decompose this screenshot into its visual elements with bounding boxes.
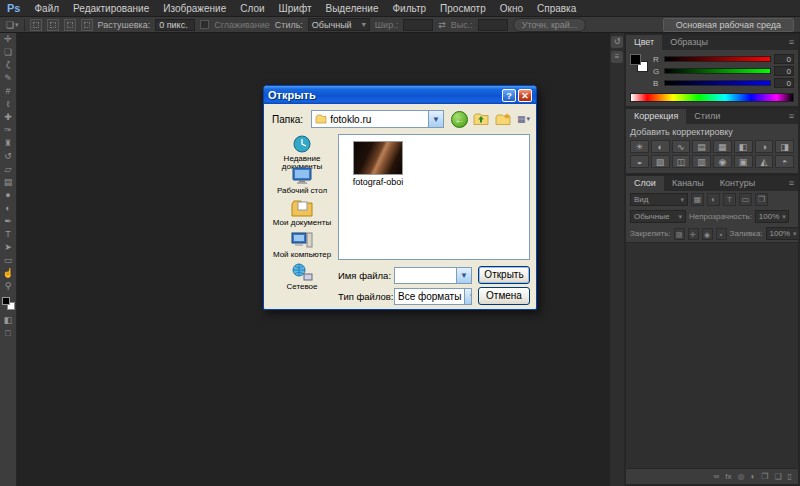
menu-window[interactable]: Окно [493, 3, 530, 14]
feather-input[interactable]: 0 пикс. [155, 19, 195, 31]
lock-image-pixels-icon[interactable]: ✛ [688, 228, 699, 240]
filter-shape-icon[interactable]: ▭ [739, 193, 752, 206]
properties-panel-icon[interactable]: ≡ [611, 51, 623, 63]
type-tool-icon[interactable]: T [0, 228, 16, 241]
hand-tool-icon[interactable]: ☝ [0, 267, 16, 280]
crop-tool-icon[interactable]: # [0, 85, 16, 98]
up-one-level-icon[interactable] [473, 111, 490, 127]
blue-value-field[interactable]: 0 [774, 78, 794, 88]
chevron-down-icon[interactable]: ▼ [456, 268, 471, 283]
marquee-tool-icon[interactable]: ❏ [0, 46, 16, 59]
layer-mask-icon[interactable]: ◎ [737, 472, 744, 481]
opacity-field[interactable]: 100%▾ [755, 210, 789, 223]
red-slider[interactable] [664, 56, 771, 62]
antialias-checkbox[interactable] [200, 20, 209, 29]
screen-mode-icon[interactable]: □ [0, 327, 16, 340]
folder-dropdown[interactable]: fotoklo.ru ▼ [311, 110, 444, 128]
quick-mask-icon[interactable]: ◧ [0, 314, 16, 327]
lasso-tool-icon[interactable]: ζ [0, 59, 16, 72]
file-list[interactable]: fotograf-oboi [338, 134, 530, 260]
style-dropdown[interactable]: Обычный▾ [308, 18, 370, 31]
menu-file[interactable]: Файл [27, 3, 66, 14]
shape-tool-icon[interactable]: ▭ [0, 254, 16, 267]
combine-add-icon[interactable] [47, 19, 59, 31]
filter-type-icon[interactable]: T [723, 193, 736, 206]
swap-dimensions-icon[interactable]: ⇄ [438, 20, 446, 30]
refine-edge-button[interactable]: Уточн. край... [513, 18, 587, 32]
blue-slider[interactable] [664, 80, 771, 86]
dodge-tool-icon[interactable]: ◐ [0, 202, 16, 215]
combine-new-selection-icon[interactable] [30, 19, 42, 31]
file-item[interactable]: fotograf-oboi [345, 141, 411, 187]
workspace-switcher[interactable]: Основная рабочая среда [663, 18, 794, 32]
move-tool-icon[interactable]: ✛ [0, 33, 16, 46]
curves-icon[interactable]: ∿ [672, 140, 691, 153]
healing-brush-tool-icon[interactable]: ✚ [0, 111, 16, 124]
filename-input[interactable]: ▼ [394, 267, 472, 284]
width-input[interactable] [403, 19, 433, 31]
tab-styles[interactable]: Стили [686, 109, 728, 124]
selective-color-icon[interactable]: ◓ [775, 155, 794, 168]
brightness-contrast-icon[interactable]: ☀ [630, 140, 649, 153]
path-selection-tool-icon[interactable]: ➤ [0, 241, 16, 254]
eyedropper-tool-icon[interactable]: ℓ [0, 98, 16, 111]
gradient-tool-icon[interactable]: ▤ [0, 176, 16, 189]
photo-filter-icon[interactable]: ◒ [630, 155, 649, 168]
invert-icon[interactable]: ▥ [692, 155, 711, 168]
color-spectrum-ramp[interactable] [630, 93, 794, 102]
levels-icon[interactable]: ◐ [651, 140, 670, 153]
posterize-icon[interactable]: ◉ [713, 155, 732, 168]
filter-pixel-icon[interactable]: ▦ [691, 193, 704, 206]
clone-stamp-tool-icon[interactable]: ♜ [0, 137, 16, 150]
color-panel-swatches[interactable] [630, 54, 648, 72]
zoom-tool-icon[interactable]: ⚲ [0, 280, 16, 293]
delete-layer-icon[interactable]: ▯ [788, 472, 792, 481]
filter-adjustment-icon[interactable]: ◐ [707, 193, 720, 206]
green-slider[interactable] [664, 68, 771, 74]
place-my-computer[interactable]: Мой компьютер [272, 230, 332, 262]
tab-color[interactable]: Цвет [626, 35, 662, 50]
tab-layers[interactable]: Слои [626, 176, 664, 191]
place-recent-documents[interactable]: Недавние документы [272, 134, 332, 166]
panel-menu-icon[interactable]: ≡ [785, 176, 798, 191]
color-balance-icon[interactable]: ◑ [755, 140, 774, 153]
pen-tool-icon[interactable]: ✒ [0, 215, 16, 228]
menu-layers[interactable]: Слои [233, 3, 271, 14]
tab-paths[interactable]: Контуры [712, 176, 763, 191]
layers-list[interactable] [626, 242, 798, 469]
open-button[interactable]: Открыть [478, 266, 530, 284]
menu-select[interactable]: Выделение [318, 3, 385, 14]
fill-field[interactable]: 100%▾ [766, 227, 800, 240]
menu-help[interactable]: Справка [530, 3, 583, 14]
menu-view[interactable]: Просмотр [433, 3, 493, 14]
eraser-tool-icon[interactable]: ▱ [0, 163, 16, 176]
color-lookup-icon[interactable]: ◫ [672, 155, 691, 168]
place-network[interactable]: Сетевое [272, 262, 332, 294]
help-button[interactable]: ? [502, 89, 516, 102]
menu-filter[interactable]: Фильтр [385, 3, 433, 14]
hue-saturation-icon[interactable]: ◧ [734, 140, 753, 153]
foreground-color-swatch[interactable] [630, 54, 641, 65]
tab-channels[interactable]: Каналы [664, 176, 712, 191]
menu-type[interactable]: Шрифт [272, 3, 319, 14]
quick-selection-tool-icon[interactable]: ✎ [0, 72, 16, 85]
channel-mixer-icon[interactable]: ▧ [651, 155, 670, 168]
chevron-down-icon[interactable]: ▼ [428, 111, 443, 127]
panel-menu-icon[interactable]: ≡ [785, 109, 798, 124]
chevron-down-icon[interactable]: ▼ [464, 289, 472, 304]
panel-menu-icon[interactable]: ≡ [785, 35, 798, 50]
filter-smart-object-icon[interactable]: ❐ [755, 193, 768, 206]
file-thumbnail[interactable] [353, 141, 403, 175]
new-layer-icon[interactable]: ❏ [774, 472, 781, 481]
history-panel-icon[interactable]: ↺ [611, 36, 623, 48]
dialog-titlebar[interactable]: Открыть ? ✕ [264, 86, 536, 104]
layer-group-icon[interactable]: ❐ [761, 472, 768, 481]
tab-adjustments[interactable]: Коррекция [626, 109, 686, 124]
lock-all-icon[interactable]: ▪ [716, 228, 727, 240]
layer-effects-icon[interactable]: fx [725, 472, 731, 481]
foreground-background-swatches[interactable] [2, 297, 15, 310]
adjustment-layer-icon[interactable]: ◐ [750, 472, 755, 481]
views-menu-icon[interactable]: ▦▾ [517, 114, 530, 124]
blend-mode-dropdown[interactable]: Обычные▾ [630, 210, 686, 223]
menu-image[interactable]: Изображение [156, 3, 233, 14]
